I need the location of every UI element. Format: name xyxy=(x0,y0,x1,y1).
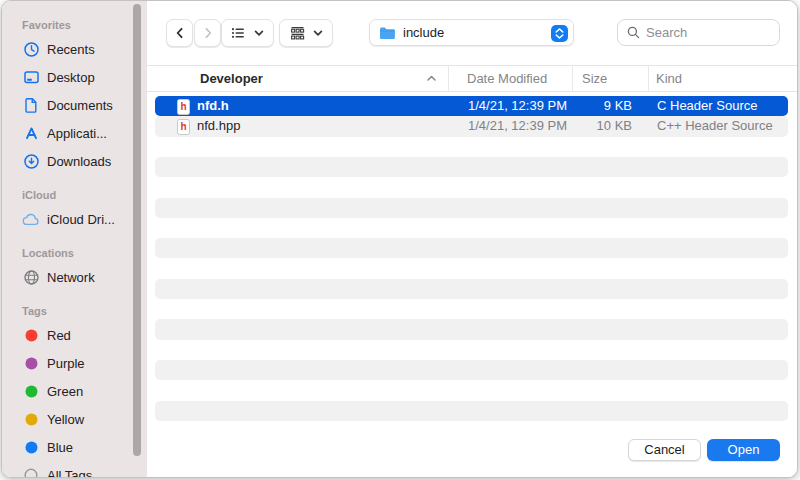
sidebar-item-label: Network xyxy=(47,270,95,285)
folder-dropdown-value: include xyxy=(403,25,444,40)
open-file-dialog: FavoritesRecentsDesktopDocumentsApplicat… xyxy=(1,0,798,478)
tag-dot-icon xyxy=(22,382,40,400)
dialog-footer: Cancel Open xyxy=(147,425,797,477)
sidebar-item-red[interactable]: Red xyxy=(22,321,147,349)
column-header-developer[interactable]: Developer xyxy=(200,66,263,91)
file-date-modified: 1/4/21, 12:39 PM xyxy=(468,116,567,136)
group-view-button[interactable] xyxy=(279,19,333,47)
sidebar: FavoritesRecentsDesktopDocumentsApplicat… xyxy=(2,1,147,477)
sidebar-item-label: Desktop xyxy=(47,70,95,85)
list-view-icon xyxy=(230,25,246,41)
main-panel: include Search Developer Date Modified xyxy=(147,1,797,477)
empty-row xyxy=(155,198,788,218)
sidebar-item-applicati[interactable]: Applicati... xyxy=(22,119,147,147)
sidebar-item-label: Yellow xyxy=(47,412,84,427)
column-header-kind[interactable]: Kind xyxy=(656,66,682,91)
appstore-icon xyxy=(22,124,40,142)
sidebar-item-icloud-dri[interactable]: iCloud Dri... xyxy=(22,205,147,233)
tag-dot-icon xyxy=(22,438,40,456)
sidebar-item-network[interactable]: Network xyxy=(22,263,147,291)
column-divider[interactable] xyxy=(448,66,449,91)
tag-dot-icon xyxy=(22,410,40,428)
sidebar-item-documents[interactable]: Documents xyxy=(22,91,147,119)
circle-outline-icon xyxy=(22,466,40,478)
sidebar-item-label: Purple xyxy=(47,356,85,371)
sidebar-item-blue[interactable]: Blue xyxy=(22,433,147,461)
header-file-icon: h xyxy=(177,99,190,115)
empty-row xyxy=(155,360,788,380)
file-kind: C++ Header Source xyxy=(657,116,773,136)
download-icon xyxy=(22,152,40,170)
empty-row xyxy=(155,299,788,319)
empty-row xyxy=(155,340,788,360)
column-divider[interactable] xyxy=(572,66,573,91)
globe-icon xyxy=(22,268,40,286)
list-view-button[interactable] xyxy=(221,19,274,47)
column-headers: Developer Date Modified Size Kind xyxy=(147,65,797,92)
search-icon xyxy=(627,26,640,39)
column-divider[interactable] xyxy=(648,66,649,91)
empty-row xyxy=(155,157,788,177)
empty-row xyxy=(155,238,788,258)
sidebar-section-header-tags: Tags xyxy=(22,301,147,321)
sidebar-section-header-locations: Locations xyxy=(22,243,147,263)
sidebar-item-purple[interactable]: Purple xyxy=(22,349,147,377)
sort-ascending-icon xyxy=(426,73,437,84)
empty-row xyxy=(155,258,788,278)
sidebar-item-label: All Tags xyxy=(47,468,92,479)
sidebar-item-label: iCloud Dri... xyxy=(47,212,115,227)
document-icon xyxy=(22,96,40,114)
search-placeholder: Search xyxy=(646,25,687,40)
clock-icon xyxy=(22,40,40,58)
folder-dropdown[interactable]: include xyxy=(369,19,574,46)
sidebar-item-label: Green xyxy=(47,384,83,399)
header-file-icon: h xyxy=(177,119,190,135)
back-button[interactable] xyxy=(166,19,193,47)
empty-row xyxy=(155,401,788,421)
sidebar-item-downloads[interactable]: Downloads xyxy=(22,147,147,175)
file-size: 10 KB xyxy=(555,116,632,136)
file-list: hnfd.h1/4/21, 12:39 PM9 KBC Header Sourc… xyxy=(147,93,797,426)
sidebar-item-label: Blue xyxy=(47,440,73,455)
cancel-button[interactable]: Cancel xyxy=(628,439,701,461)
sidebar-item-recents[interactable]: Recents xyxy=(22,35,147,63)
empty-row xyxy=(155,319,788,339)
column-header-date-modified[interactable]: Date Modified xyxy=(467,66,547,91)
group-view-icon xyxy=(289,25,306,41)
file-date-modified: 1/4/21, 12:39 PM xyxy=(468,96,567,116)
folder-icon xyxy=(379,26,396,40)
file-row-nfd-h[interactable]: hnfd.h1/4/21, 12:39 PM9 KBC Header Sourc… xyxy=(155,96,788,116)
cloud-icon xyxy=(22,210,40,228)
column-header-size[interactable]: Size xyxy=(582,66,607,91)
sidebar-section-header-icloud: iCloud xyxy=(22,185,147,205)
sidebar-section-header-favorites: Favorites xyxy=(22,15,147,35)
toolbar: include Search xyxy=(147,1,797,65)
tag-dot-icon xyxy=(22,326,40,344)
popup-stepper-icon xyxy=(551,25,568,42)
file-kind: C Header Source xyxy=(657,96,757,116)
file-size: 9 KB xyxy=(555,96,632,116)
file-name: nfd.h xyxy=(197,96,229,116)
file-row-nfd-hpp[interactable]: hnfd.hpp1/4/21, 12:39 PM10 KBC++ Header … xyxy=(155,116,788,136)
sidebar-item-label: Downloads xyxy=(47,154,111,169)
sidebar-item-label: Recents xyxy=(47,42,95,57)
tag-dot-icon xyxy=(22,354,40,372)
file-name: nfd.hpp xyxy=(197,116,240,136)
forward-button[interactable] xyxy=(194,19,221,47)
sidebar-scrollbar[interactable] xyxy=(133,4,141,456)
desktop-icon xyxy=(22,68,40,86)
sidebar-item-label: Documents xyxy=(47,98,113,113)
chevron-left-icon xyxy=(173,26,187,40)
sidebar-item-desktop[interactable]: Desktop xyxy=(22,63,147,91)
empty-row xyxy=(155,279,788,299)
empty-row xyxy=(155,177,788,197)
chevron-down-icon xyxy=(312,27,324,39)
open-button[interactable]: Open xyxy=(707,439,780,461)
chevron-down-icon xyxy=(253,27,265,39)
sidebar-item-yellow[interactable]: Yellow xyxy=(22,405,147,433)
search-field[interactable]: Search xyxy=(617,19,780,46)
empty-row xyxy=(155,218,788,238)
sidebar-item-all-tags[interactable]: All Tags xyxy=(22,461,147,478)
empty-row xyxy=(155,380,788,400)
sidebar-item-green[interactable]: Green xyxy=(22,377,147,405)
